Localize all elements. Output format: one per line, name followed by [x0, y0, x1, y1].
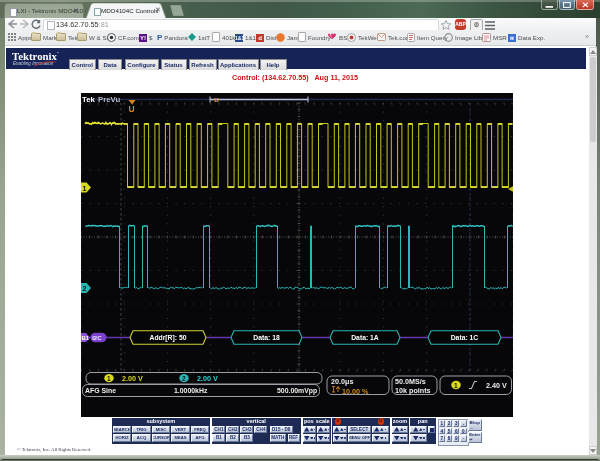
svg-text:20.0μs: 20.0μs [331, 377, 353, 386]
svg-text:2.00 V: 2.00 V [197, 374, 218, 383]
svg-text:1.0000kHz: 1.0000kHz [174, 387, 208, 394]
svg-text:u: u [214, 95, 219, 104]
svg-text:U: U [129, 104, 135, 114]
svg-text:PreVu: PreVu [98, 95, 120, 104]
svg-text:1: 1 [454, 382, 458, 389]
svg-text:I2C: I2C [92, 335, 102, 341]
svg-text:AFG Sine: AFG Sine [85, 387, 116, 394]
svg-text:50.0MS/s: 50.0MS/s [395, 377, 426, 386]
svg-text:500.00mVpp: 500.00mVpp [277, 387, 317, 395]
svg-text:Data: 1A: Data: 1A [351, 334, 379, 341]
svg-text:Addr[R]: 50: Addr[R]: 50 [149, 334, 186, 342]
svg-text:2: 2 [182, 375, 186, 382]
svg-text:1: 1 [107, 375, 111, 382]
svg-text:10k points: 10k points [395, 386, 431, 395]
svg-text:2.40 V: 2.40 V [486, 381, 507, 390]
svg-text:Data: 18: Data: 18 [253, 334, 280, 341]
svg-text:2.00 V: 2.00 V [122, 374, 143, 383]
svg-text:Tek: Tek [82, 95, 96, 104]
svg-text:2: 2 [83, 285, 87, 292]
svg-text:1: 1 [83, 185, 87, 192]
svg-text:10.00 %: 10.00 % [342, 387, 369, 396]
svg-text:B1: B1 [81, 335, 89, 341]
svg-text:Data: 1C: Data: 1C [451, 334, 479, 341]
